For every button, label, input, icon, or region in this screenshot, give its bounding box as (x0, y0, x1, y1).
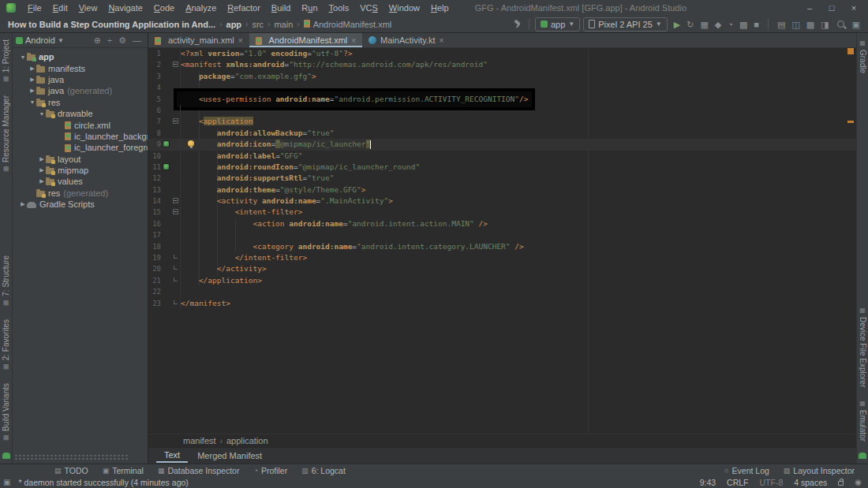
tool-strip-resource-manager[interactable]: ▦Resource Manager (2, 95, 10, 173)
fold-end-icon[interactable] (174, 300, 178, 304)
menu-refactor[interactable]: Refactor (222, 3, 266, 13)
chevron-right-icon[interactable]: ▶ (28, 76, 36, 83)
code-line-6[interactable]: 6 (148, 105, 856, 116)
profiler-button[interactable]: ◔Profiler (246, 466, 294, 475)
tree-item-java[interactable]: ▶java(generated) (13, 85, 148, 96)
attach-debugger-icon[interactable]: ▩ (736, 17, 750, 32)
lock-icon[interactable] (838, 481, 844, 486)
build-hammer-icon[interactable] (513, 19, 523, 29)
fold-collapse-icon[interactable]: − (173, 198, 178, 203)
breadcrumb-item[interactable]: src (250, 20, 265, 29)
error-stripe-mark[interactable] (847, 48, 854, 54)
tool-strip-1-project[interactable]: ▦1: Project (2, 39, 10, 83)
chevron-down-icon[interactable]: ▼ (38, 111, 46, 117)
code-line-13[interactable]: 13 android:theme="@style/Theme.GFG"> (148, 184, 856, 196)
menu-edit[interactable]: Edit (47, 3, 73, 13)
view-tab-merged-manifest[interactable]: Merged Manifest (189, 449, 270, 462)
run-with-coverage-icon[interactable]: ▦ (697, 17, 711, 32)
stop-icon[interactable]: ■ (750, 17, 762, 32)
fold-marker[interactable]: − (171, 59, 180, 70)
debug-icon[interactable]: ◆ (712, 17, 724, 32)
menu-code[interactable]: Code (148, 3, 180, 13)
fold-end-icon[interactable] (174, 266, 178, 270)
gutter-image-preview-icon[interactable] (161, 162, 171, 173)
breadcrumb-item[interactable]: AndroidManifest.xml (302, 19, 394, 29)
fold-collapse-icon[interactable]: − (173, 61, 178, 67)
terminal-button[interactable]: ▣Terminal (95, 466, 151, 475)
apply-changes-icon[interactable]: ↻ (683, 17, 697, 32)
line-separator[interactable]: CRLF (727, 478, 748, 487)
tree-item-values[interactable]: ▶values (13, 176, 148, 187)
chevron-down-icon[interactable]: ▼ (28, 99, 36, 105)
menu-run[interactable]: Run (296, 3, 323, 13)
chevron-right-icon[interactable]: ▶ (38, 156, 46, 162)
editor-tab-activity-main-xml[interactable]: activity_main.xml× (148, 33, 249, 47)
fold-marker[interactable] (171, 275, 180, 286)
profile-icon[interactable]: ◔ (724, 17, 736, 32)
menu-file[interactable]: File (22, 3, 47, 13)
sdk-manager-icon[interactable]: ◨ (817, 17, 832, 32)
code-line-14[interactable]: 14− <activity android:name=".MainActivit… (148, 196, 856, 207)
view-tab-text[interactable]: Text (156, 449, 188, 463)
close-icon[interactable]: × (351, 36, 356, 45)
logcat-button[interactable]: ▥6: Logcat (294, 466, 353, 475)
tree-item-ic-launcher-background-xm[interactable]: ic_launcher_background.xm (13, 131, 148, 142)
breadcrumb-item[interactable]: How to Build a Step Counting Application… (6, 20, 217, 29)
tool-window-switcher-icon[interactable]: ▣ (3, 478, 10, 486)
editor-tab-androidmanifest-xml[interactable]: AndroidManifest.xml× (249, 33, 363, 47)
code-line-1[interactable]: 1<?xml version="1.0" encoding="utf-8"?> (148, 48, 856, 59)
device-dropdown[interactable]: Pixel 2 API 25 ▼ (583, 17, 667, 32)
database-inspector-button[interactable]: ▦Database Inspector (151, 466, 247, 475)
hide-panel-icon[interactable]: ― (129, 33, 144, 47)
chevron-down-icon[interactable]: ▼ (19, 54, 27, 60)
code-line-8[interactable]: 8 android:allowBackup="true" (148, 128, 856, 139)
tree-item-ic-launcher-foreground-xml[interactable]: ic_launcher_foreground.xml (13, 142, 148, 153)
project-view-selector[interactable]: Android (25, 35, 55, 45)
tree-item-layout[interactable]: ▶layout (13, 154, 148, 165)
chevron-right-icon[interactable]: ▶ (28, 88, 36, 94)
code-line-18[interactable]: 18 <category android:name="android.inten… (148, 241, 856, 252)
tool-strip-gradle[interactable]: ▦Gradle (859, 39, 867, 73)
chevron-down-icon[interactable]: ▼ (58, 37, 64, 44)
tree-item-res[interactable]: res(generated) (13, 188, 148, 199)
close-button[interactable]: × (843, 3, 865, 13)
tool-strip-emulator[interactable]: ▦Emulator (859, 400, 867, 441)
menu-analyze[interactable]: Analyze (180, 3, 222, 13)
minimize-button[interactable]: – (799, 3, 821, 13)
notifications-icon[interactable]: ▣ (849, 17, 863, 32)
device-manager-icon[interactable]: ▤ (774, 17, 788, 32)
menu-window[interactable]: Window (383, 3, 425, 13)
run-icon[interactable]: ▶ (671, 17, 683, 32)
chevron-right-icon[interactable]: ▶ (38, 167, 46, 173)
maximize-button[interactable]: □ (821, 3, 843, 13)
fold-collapse-icon[interactable]: − (173, 209, 178, 214)
menu-navigate[interactable]: Navigate (103, 3, 148, 13)
tree-item-gradle-scripts[interactable]: ▶Gradle Scripts (13, 199, 148, 210)
code-line-20[interactable]: 20 </activity> (148, 263, 856, 274)
indent-setting[interactable]: 4 spaces (794, 478, 827, 487)
sync-gradle-icon[interactable]: ▩ (803, 17, 817, 32)
code-line-9[interactable]: 9 android:icon="@mipmap/ic_launcher" (148, 139, 856, 150)
fold-marker[interactable]: − (171, 207, 180, 218)
code-line-3[interactable]: 3 package="com.example.gfg"> (148, 71, 856, 82)
menu-build[interactable]: Build (266, 3, 296, 13)
fold-collapse-icon[interactable]: − (173, 118, 178, 124)
collapse-all-icon[interactable]: ÷ (104, 33, 115, 47)
code-line-17[interactable]: 17 (148, 229, 856, 240)
close-icon[interactable]: × (238, 36, 243, 45)
tool-strip-device-file-explorer[interactable]: ▦Device File Explorer (859, 307, 867, 387)
code-line-19[interactable]: 19 </intent-filter> (148, 252, 856, 263)
avd-manager-icon[interactable]: ◫ (788, 17, 803, 32)
code-line-5[interactable]: 5 <uses-permission android:name="android… (148, 94, 856, 105)
project-horizontal-scrollbar[interactable] (14, 454, 129, 460)
todo-button[interactable]: ▤TODO (47, 466, 95, 475)
locate-file-icon[interactable]: ⊕ (91, 33, 104, 47)
chevron-right-icon[interactable]: ▶ (28, 65, 36, 72)
tree-item-app[interactable]: ▼app (13, 51, 148, 62)
code-line-12[interactable]: 12 android:supportsRtl="true" (148, 173, 856, 184)
tree-item-drawable[interactable]: ▼drawable (13, 108, 148, 119)
editor-breadcrumb-application[interactable]: application (226, 436, 268, 445)
fold-marker[interactable]: − (171, 116, 180, 127)
fold-marker[interactable] (171, 252, 180, 263)
tree-item-manifests[interactable]: ▶manifests (13, 62, 148, 73)
